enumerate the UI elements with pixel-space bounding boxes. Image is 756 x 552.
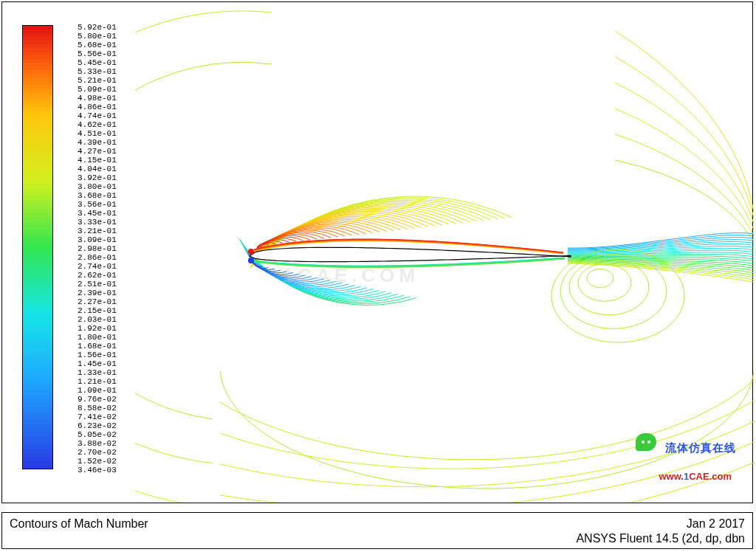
svg-point-5 [248,249,254,255]
legend-tick: 5.21e-01 [78,76,117,85]
legend-tick: 2.70e-02 [78,448,117,457]
legend-tick: 4.15e-01 [78,156,117,165]
legend-tick: 5.45e-01 [78,58,117,67]
wechat-icon [636,433,656,451]
legend-tick: 2.39e-01 [78,289,117,297]
legend-tick: 3.92e-01 [78,173,117,182]
legend-tick: 4.86e-01 [78,103,117,111]
legend-tick: 1.56e-01 [78,351,117,359]
legend-tick: 2.86e-01 [78,253,117,262]
legend-tick: 1.45e-01 [78,359,117,368]
svg-point-2 [569,259,649,315]
legend-tick: 2.03e-01 [78,315,117,324]
legend-tick: 2.62e-01 [78,271,117,280]
footer-frame: Contours of Mach Number Jan 2 2017 ANSYS… [1,512,753,549]
legend-tick: 9.76e-02 [78,395,117,404]
url-watermark: www.1CAE.com [659,471,732,482]
center-watermark: 1CAE.COM [283,264,419,287]
legend-tick: 5.09e-01 [78,85,117,94]
plot-title: Contours of Mach Number [10,517,148,531]
legend-tick: 1.09e-01 [78,386,117,395]
colorbar [23,26,52,469]
cn-watermark: 流体仿真在线 [665,441,736,455]
legend-tick: 3.45e-01 [78,209,117,218]
legend-tick: 5.80e-01 [78,32,117,41]
legend-tick: 5.92e-01 [78,23,117,32]
legend-tick: 7.41e-02 [78,413,117,421]
legend-tick: 2.27e-01 [78,297,117,306]
legend-tick: 3.68e-01 [78,191,117,200]
legend-tick: 1.21e-01 [78,377,117,386]
software-label: ANSYS Fluent 14.5 (2d, dp, dbn [576,532,745,545]
legend-tick: 1.33e-01 [78,368,117,377]
svg-point-6 [248,258,254,263]
legend-tick: 4.74e-01 [78,111,117,120]
legend-tick: 5.05e-02 [78,430,117,439]
legend-tick: 3.80e-01 [78,182,117,191]
contour-plot [135,5,754,503]
legend-tick: 3.46e-03 [78,466,117,475]
legend-values: 5.92e-015.80e-015.68e-015.56e-015.45e-01… [78,23,117,475]
legend-tick: 4.51e-01 [78,129,117,138]
legend-tick: 1.68e-01 [78,342,117,351]
legend-tick: 4.27e-01 [78,147,117,156]
legend-tick: 3.21e-01 [78,227,117,235]
legend-tick: 5.33e-01 [78,67,117,76]
legend-tick: 3.56e-01 [78,200,117,209]
legend-tick: 3.33e-01 [78,218,117,227]
plot-date: Jan 2 2017 [687,517,745,531]
svg-point-0 [587,269,614,287]
legend-tick: 1.52e-02 [78,457,117,466]
legend-tick: 2.51e-01 [78,280,117,289]
legend-tick: 5.68e-01 [78,41,117,49]
legend-tick: 2.98e-01 [78,244,117,253]
legend-tick: 3.09e-01 [78,235,117,244]
legend-tick: 5.56e-01 [78,49,117,58]
legend-tick: 4.98e-01 [78,94,117,103]
legend-tick: 4.39e-01 [78,138,117,147]
legend-tick: 4.62e-01 [78,120,117,129]
legend-tick: 4.04e-01 [78,165,117,173]
legend-tick: 8.58e-02 [78,404,117,413]
legend-tick: 1.92e-01 [78,324,117,333]
legend-tick: 2.15e-01 [78,306,117,315]
legend-tick: 6.23e-02 [78,421,117,430]
legend-tick: 3.88e-02 [78,439,117,448]
legend-tick: 1.80e-01 [78,333,117,342]
legend-tick: 2.74e-01 [78,262,117,271]
plot-frame: 5.92e-015.80e-015.68e-015.56e-015.45e-01… [1,1,753,503]
